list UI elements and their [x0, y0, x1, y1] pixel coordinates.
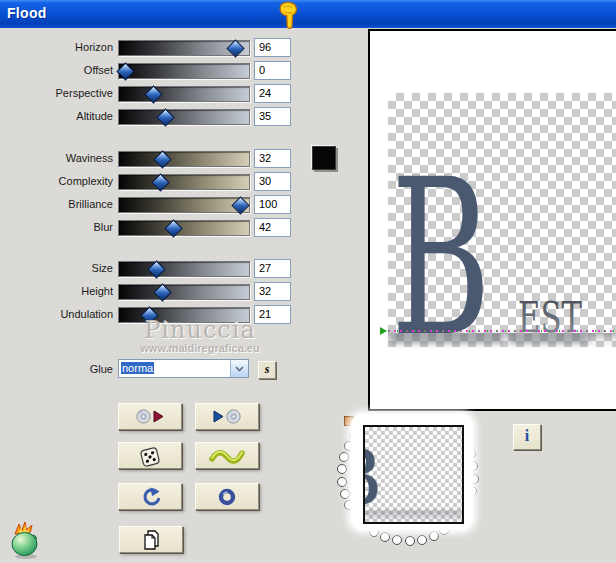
randomize-button[interactable]: [118, 442, 182, 469]
slider-track[interactable]: [118, 63, 250, 79]
load-settings-button[interactable]: [118, 403, 182, 430]
slider-value-input[interactable]: 27: [254, 259, 291, 278]
slider-track[interactable]: [118, 86, 250, 102]
slider-label: Horizon: [0, 41, 113, 53]
slider-row: Offset0: [0, 63, 300, 77]
slider-row: Altitude35: [0, 109, 300, 123]
slider-thumb[interactable]: [153, 283, 171, 301]
slider-track[interactable]: [118, 220, 250, 236]
titlebar[interactable]: Flood: [0, 0, 616, 28]
slider-thumb[interactable]: [226, 39, 244, 57]
slider-thumb[interactable]: [144, 85, 162, 103]
slider-row: Waviness32: [0, 151, 300, 165]
slider-row: Blur42: [0, 220, 300, 234]
slider-label: Altitude: [0, 110, 113, 122]
slider-value-input[interactable]: 35: [254, 107, 291, 126]
slider-thumb[interactable]: [231, 196, 249, 214]
water-color-swatch[interactable]: [312, 146, 336, 170]
slider-thumb[interactable]: [147, 260, 165, 278]
slider-row: Horizon96: [0, 40, 300, 54]
reflection-blob: [510, 334, 588, 344]
memory-dot[interactable]: [380, 532, 390, 542]
slider-thumb[interactable]: [164, 219, 182, 237]
slider-value-input[interactable]: 24: [254, 84, 291, 103]
slider-label: Height: [0, 285, 113, 297]
preview-pane[interactable]: B EST: [368, 29, 616, 411]
memory-dot[interactable]: [392, 535, 402, 545]
navigator-thumbnail[interactable]: B: [363, 425, 464, 524]
slider-thumb[interactable]: [116, 62, 134, 80]
reset-button[interactable]: [195, 483, 259, 510]
slider-value-input[interactable]: 30: [254, 172, 291, 191]
save-settings-button[interactable]: [195, 403, 259, 430]
green-wave-icon: [209, 447, 245, 465]
slider-value-input[interactable]: 32: [254, 282, 291, 301]
slider-value-input[interactable]: 100: [254, 195, 291, 214]
slider-track[interactable]: [118, 151, 250, 167]
info-button[interactable]: i: [513, 424, 541, 450]
slider-label: Perspective: [0, 87, 113, 99]
memory-dot[interactable]: [337, 477, 347, 487]
slider-row: Height32: [0, 284, 300, 298]
transparency-checkerboard[interactable]: B EST: [388, 93, 616, 347]
red-play-arrow-icon: [153, 410, 164, 423]
preview-letter-B: B: [391, 133, 491, 347]
slider-label: Waviness: [0, 152, 113, 164]
flaming-pear-icon[interactable]: [6, 520, 46, 560]
slider-label: Size: [0, 262, 113, 274]
watermark-site: www.maidiregrafica.eu: [95, 342, 305, 354]
blue-play-arrow-icon: [213, 410, 224, 423]
slider-label: Blur: [0, 221, 113, 233]
reflection-blob: [390, 334, 502, 344]
memory-dot[interactable]: [429, 531, 439, 541]
undo-button[interactable]: [118, 483, 182, 510]
memory-dot[interactable]: [339, 452, 349, 462]
thumbnail-reflection: [365, 510, 462, 522]
slider-value-input[interactable]: 32: [254, 149, 291, 168]
memory-dot[interactable]: [417, 535, 427, 545]
wave-preset-button[interactable]: [195, 442, 259, 469]
slider-thumb[interactable]: [153, 150, 171, 168]
slider-track[interactable]: [118, 284, 250, 300]
slider-track[interactable]: [118, 109, 250, 125]
window-title: Flood: [7, 5, 47, 21]
slider-row: Brilliance100: [0, 197, 300, 211]
memory-dot[interactable]: [405, 536, 415, 546]
undo-arrow-icon: [139, 487, 161, 507]
waterline-handle-icon[interactable]: [380, 327, 387, 335]
pointing-hand-icon: [274, 1, 304, 35]
slider-row: Perspective24: [0, 86, 300, 100]
slider-label: Undulation: [0, 308, 113, 320]
disc-icon: [136, 409, 151, 424]
slider-value-input[interactable]: 0: [254, 61, 291, 80]
dice-icon: [138, 444, 162, 468]
flood-dialog: Flood Horizon96Offset0Perspective24Altit…: [0, 0, 616, 563]
chevron-down-icon[interactable]: [230, 360, 248, 377]
slider-row: Size27: [0, 261, 300, 275]
watermark-name: Pinuccia: [110, 316, 290, 344]
memory-dot[interactable]: [337, 464, 347, 474]
slider-row: Complexity30: [0, 174, 300, 188]
slider-label: Offset: [0, 64, 113, 76]
slider-track[interactable]: [118, 40, 250, 56]
slider-thumb[interactable]: [151, 173, 169, 191]
style-s-button[interactable]: s: [258, 361, 276, 379]
waterline-dotted[interactable]: [388, 330, 616, 332]
glue-dropdown[interactable]: norma: [118, 359, 249, 378]
glue-label: Glue: [0, 363, 113, 375]
document-icon: [141, 529, 161, 551]
glue-selected-value: norma: [119, 360, 230, 377]
slider-value-input[interactable]: 96: [254, 38, 291, 57]
slider-thumb[interactable]: [156, 108, 174, 126]
slider-value-input[interactable]: 42: [254, 218, 291, 237]
slider-label: Brilliance: [0, 198, 113, 210]
slider-track[interactable]: [118, 174, 250, 190]
apply-button[interactable]: [119, 526, 183, 553]
slider-track[interactable]: [118, 261, 250, 277]
memory-dot[interactable]: [340, 489, 350, 499]
ring-icon: [216, 487, 238, 507]
slider-track[interactable]: [118, 197, 250, 213]
disc-icon: [226, 409, 241, 424]
slider-label: Complexity: [0, 175, 113, 187]
